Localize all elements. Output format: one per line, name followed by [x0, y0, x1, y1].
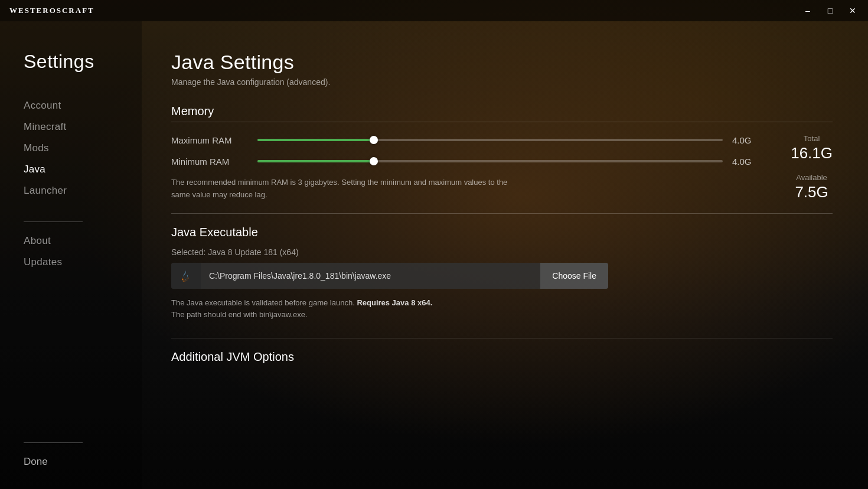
app-logo: WESTEROSCRAFT — [9, 6, 94, 15]
max-ram-slider-thumb[interactable] — [370, 136, 378, 144]
sidebar-item-java[interactable]: Java — [24, 160, 142, 179]
max-ram-slider-track — [257, 139, 723, 141]
jvm-section: Additional JVM Options — [171, 350, 833, 364]
java-icon — [178, 268, 194, 283]
java-note-bold: Requires Java 8 x64. — [357, 298, 432, 307]
content-area: Java Settings Manage the Java configurat… — [142, 21, 868, 489]
choose-file-button[interactable]: Choose File — [540, 263, 608, 289]
total-ram-label: Total — [791, 134, 833, 143]
jvm-section-header: Additional JVM Options — [171, 350, 833, 364]
nav-secondary: About Updates — [24, 232, 142, 272]
java-exec-section: Java Executable Selected: Java 8 Update … — [171, 226, 833, 322]
minimize-button[interactable]: – — [802, 5, 814, 17]
sidebar-item-launcher[interactable]: Launcher — [24, 181, 142, 200]
java-note-line2: The path should end with bin\javaw.exe. — [171, 310, 308, 319]
min-ram-slider-container[interactable] — [257, 155, 723, 167]
total-ram-value: 16.1G — [791, 144, 833, 162]
max-ram-row: Maximum RAM 4.0G — [171, 134, 762, 146]
available-ram-stat: Available 7.5G — [791, 173, 833, 201]
memory-note: The recommended minimum RAM is 3 gigabyt… — [171, 177, 514, 201]
available-ram-label: Available — [791, 173, 833, 182]
sidebar-item-account[interactable]: Account — [24, 96, 142, 115]
java-note-line1: The Java executable is validated before … — [171, 298, 355, 307]
available-ram-value: 7.5G — [791, 183, 833, 201]
java-exec-header: Java Executable — [171, 226, 833, 239]
nav-primary: Account Minecraft Mods Java Launcher — [24, 96, 142, 200]
max-ram-slider-fill — [257, 139, 374, 141]
java-path-row: C:\Program Files\Java\jre1.8.0_181\bin\j… — [171, 263, 608, 289]
done-button[interactable]: Done — [24, 452, 142, 471]
java-icon-box — [171, 263, 201, 289]
jvm-divider — [171, 338, 833, 338]
sidebar-item-mods[interactable]: Mods — [24, 139, 142, 158]
max-ram-label: Maximum RAM — [171, 135, 248, 145]
min-ram-slider-fill — [257, 160, 374, 162]
sidebar-title: Settings — [24, 51, 142, 73]
exec-divider — [171, 213, 833, 214]
min-ram-slider-track — [257, 160, 723, 162]
memory-section-header: Memory — [171, 105, 833, 118]
max-ram-slider-container[interactable] — [257, 134, 723, 146]
min-ram-value: 4.0G — [732, 157, 762, 167]
maximize-button[interactable]: □ — [824, 5, 836, 17]
min-ram-label: Minimum RAM — [171, 157, 248, 167]
sidebar: Settings Account Minecraft Mods Java Lau… — [0, 21, 142, 489]
page-title: Java Settings — [171, 51, 833, 74]
min-ram-row: Minimum RAM 4.0G — [171, 155, 762, 167]
memory-section: Memory Maximum RAM 4.0G Minimum R — [171, 105, 833, 201]
sidebar-item-minecraft[interactable]: Minecraft — [24, 118, 142, 136]
java-selected-label: Selected: Java 8 Update 181 (x64) — [171, 247, 833, 257]
java-path-display: C:\Program Files\Java\jre1.8.0_181\bin\j… — [201, 271, 540, 281]
memory-divider — [171, 122, 833, 122]
sidebar-divider — [24, 221, 83, 222]
page-subtitle: Manage the Java configuration (advanced)… — [171, 77, 833, 87]
total-ram-stat: Total 16.1G — [791, 134, 833, 162]
sidebar-item-updates[interactable]: Updates — [24, 253, 142, 272]
max-ram-value: 4.0G — [732, 135, 762, 145]
java-note: The Java executable is validated before … — [171, 297, 526, 322]
main-layout: Settings Account Minecraft Mods Java Lau… — [0, 21, 868, 489]
memory-rows-wrapper: Maximum RAM 4.0G Minimum RAM — [171, 134, 833, 167]
sidebar-divider-bottom — [24, 442, 83, 443]
window-controls: – □ ✕ — [802, 5, 859, 17]
titlebar: WESTEROSCRAFT – □ ✕ — [0, 0, 868, 21]
memory-stats: Total 16.1G Available 7.5G — [791, 134, 833, 201]
min-ram-slider-thumb[interactable] — [370, 157, 378, 165]
sidebar-item-about[interactable]: About — [24, 232, 142, 250]
close-button[interactable]: ✕ — [847, 5, 859, 17]
